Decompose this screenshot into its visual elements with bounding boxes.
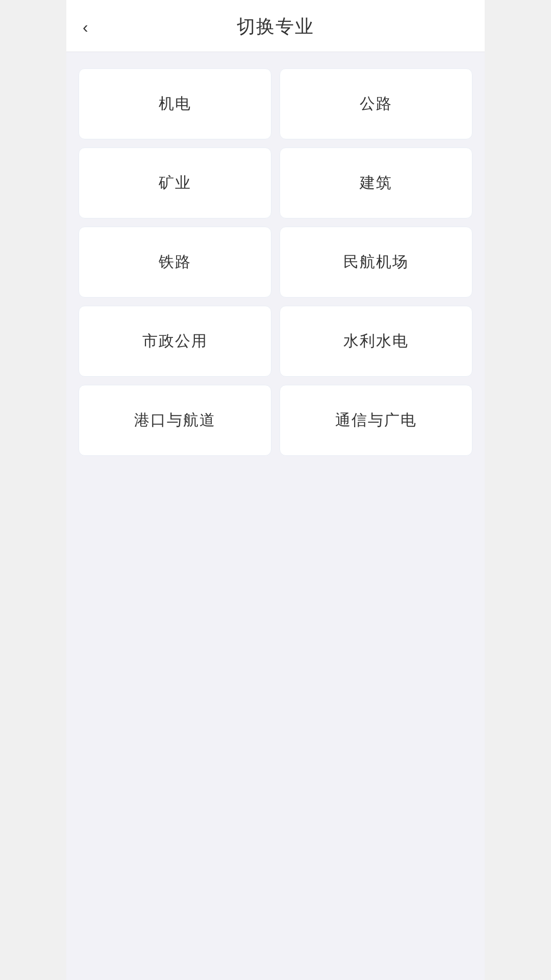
- specialty-label-jianzhu: 建筑: [360, 173, 392, 193]
- specialty-item-jianzhu[interactable]: 建筑: [280, 148, 472, 218]
- back-button[interactable]: ‹: [79, 15, 92, 39]
- specialty-item-minhangjichangjichang[interactable]: 民航机场: [280, 227, 472, 298]
- page-title: 切换专业: [237, 14, 314, 39]
- specialty-label-shizhenggongyong: 市政公用: [142, 331, 208, 352]
- specialty-item-shizhenggongyong[interactable]: 市政公用: [79, 306, 271, 377]
- header: ‹ 切换专业: [66, 0, 485, 52]
- specialty-label-minhangjichangjichang: 民航机场: [343, 252, 409, 273]
- specialty-item-tielu[interactable]: 铁路: [79, 227, 271, 298]
- specialty-grid: 机电公路矿业建筑铁路民航机场市政公用水利水电港口与航道通信与广电: [79, 68, 472, 456]
- specialty-item-jidian[interactable]: 机电: [79, 68, 271, 139]
- specialty-label-gangkouyuhangdao: 港口与航道: [134, 410, 216, 431]
- specialty-label-jidian: 机电: [159, 93, 191, 114]
- specialty-item-gonglu[interactable]: 公路: [280, 68, 472, 139]
- specialty-item-gangkouyuhangdao[interactable]: 港口与航道: [79, 385, 271, 456]
- specialty-label-shuilishuidiann: 水利水电: [343, 331, 409, 352]
- specialty-item-shuilishuidiann[interactable]: 水利水电: [280, 306, 472, 377]
- specialty-label-tongxinyuguangdian: 通信与广电: [335, 410, 417, 431]
- specialty-label-tielu: 铁路: [159, 252, 191, 273]
- phone-container: ‹ 切换专业 机电公路矿业建筑铁路民航机场市政公用水利水电港口与航道通信与广电: [66, 0, 485, 980]
- specialty-item-tongxinyuguangdian[interactable]: 通信与广电: [280, 385, 472, 456]
- specialty-item-kuangye[interactable]: 矿业: [79, 148, 271, 218]
- back-icon: ‹: [83, 18, 88, 36]
- specialty-label-gonglu: 公路: [360, 93, 392, 114]
- specialty-label-kuangye: 矿业: [159, 173, 191, 193]
- content-area: 机电公路矿业建筑铁路民航机场市政公用水利水电港口与航道通信与广电: [66, 52, 485, 472]
